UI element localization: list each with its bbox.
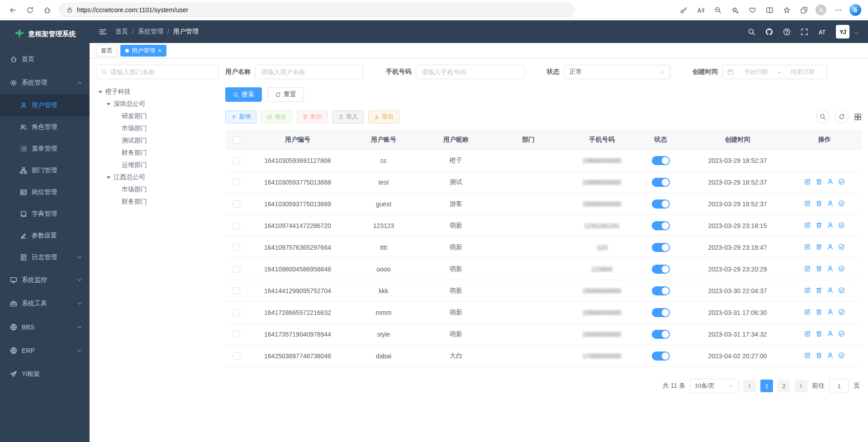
password-manager-button[interactable] bbox=[675, 2, 692, 18]
edit-icon[interactable] bbox=[804, 243, 811, 250]
assign-role-icon[interactable] bbox=[838, 352, 845, 359]
edit-icon[interactable] bbox=[804, 352, 811, 359]
reset-password-icon[interactable] bbox=[827, 178, 834, 185]
status-toggle[interactable] bbox=[652, 221, 670, 230]
tree-node[interactable]: 江西总公司 bbox=[96, 171, 219, 183]
reset-password-icon[interactable] bbox=[827, 243, 834, 250]
delete-button[interactable]: 删除 bbox=[297, 110, 328, 124]
sidebar-item-system[interactable]: 系统管理 bbox=[0, 71, 90, 95]
row-checkbox[interactable] bbox=[233, 222, 240, 229]
browser-refresh-button[interactable] bbox=[22, 2, 38, 18]
sidebar-item-role[interactable]: 角色管理 bbox=[0, 116, 90, 138]
reset-password-icon[interactable] bbox=[827, 222, 834, 228]
edit-icon[interactable] bbox=[804, 178, 811, 185]
tree-expand-icon[interactable] bbox=[99, 91, 102, 95]
app-logo[interactable]: 意框架管理系统 bbox=[0, 20, 90, 48]
breadcrumb-item[interactable]: 用户管理 bbox=[173, 28, 199, 36]
dept-search-input[interactable] bbox=[110, 68, 214, 76]
select-all-checkbox[interactable] bbox=[233, 136, 240, 143]
row-checkbox[interactable] bbox=[233, 352, 240, 360]
assign-role-icon[interactable] bbox=[838, 309, 845, 315]
tab-close-icon[interactable]: × bbox=[158, 48, 161, 54]
sidebar-item-monitor[interactable]: 系统监控 bbox=[0, 268, 90, 292]
reset-password-icon[interactable] bbox=[827, 352, 834, 359]
sidebar-item-dict[interactable]: 字典管理 bbox=[0, 203, 90, 225]
sidebar-item-menu[interactable]: 菜单管理 bbox=[0, 138, 90, 160]
row-checkbox[interactable] bbox=[233, 157, 240, 164]
page-button-2[interactable]: 2 bbox=[778, 380, 790, 392]
split-screen-button[interactable] bbox=[761, 2, 778, 18]
status-select[interactable]: 正常 bbox=[564, 65, 670, 79]
delete-icon[interactable] bbox=[816, 243, 822, 250]
row-checkbox[interactable] bbox=[233, 200, 240, 208]
browser-back-button[interactable] bbox=[5, 2, 21, 18]
row-checkbox[interactable] bbox=[233, 309, 240, 316]
favorites-button[interactable] bbox=[778, 2, 795, 18]
tree-node[interactable]: 深圳总公司 bbox=[96, 98, 219, 110]
reset-password-icon[interactable] bbox=[827, 309, 834, 315]
tab-home[interactable]: 首页 bbox=[96, 45, 118, 57]
export-button[interactable]: 导出 bbox=[368, 110, 399, 124]
copilot-button[interactable]: b bbox=[847, 2, 863, 18]
sidebar-item-user[interactable]: 用户管理 bbox=[0, 95, 90, 116]
delete-icon[interactable] bbox=[816, 287, 822, 294]
collections-button[interactable] bbox=[796, 2, 812, 18]
delete-icon[interactable] bbox=[816, 178, 822, 185]
tab-user[interactable]: 用户管理× bbox=[120, 45, 166, 57]
delete-icon[interactable] bbox=[816, 265, 822, 272]
edit-button[interactable]: 修改 bbox=[261, 110, 292, 124]
status-toggle[interactable] bbox=[652, 330, 670, 339]
next-page-button[interactable] bbox=[795, 380, 807, 392]
tree-expand-icon[interactable] bbox=[107, 103, 110, 107]
read-aloud-button[interactable] bbox=[693, 2, 709, 18]
assign-role-icon[interactable] bbox=[838, 287, 845, 294]
reset-password-icon[interactable] bbox=[827, 200, 834, 207]
tree-node[interactable]: 财务部门 bbox=[96, 195, 219, 208]
row-checkbox[interactable] bbox=[233, 179, 240, 186]
edit-icon[interactable] bbox=[804, 287, 811, 294]
delete-icon[interactable] bbox=[816, 200, 822, 207]
status-toggle[interactable] bbox=[652, 178, 670, 187]
tree-expand-icon[interactable] bbox=[107, 176, 110, 181]
goto-page-input[interactable] bbox=[829, 379, 849, 393]
browser-essentials-button[interactable] bbox=[744, 2, 760, 18]
prev-page-button[interactable] bbox=[743, 380, 756, 392]
import-button[interactable]: 导入 bbox=[332, 110, 364, 124]
user-avatar[interactable]: YJ bbox=[836, 25, 849, 38]
delete-icon[interactable] bbox=[816, 330, 822, 337]
sidebar-item-dept[interactable]: 部门管理 bbox=[0, 160, 90, 181]
reset-button[interactable]: 重置 bbox=[267, 87, 304, 102]
sidebar-item-erp[interactable]: ERP bbox=[0, 339, 90, 362]
sidebar-item-bbs[interactable]: BBS bbox=[0, 315, 90, 339]
zoom-button[interactable] bbox=[710, 2, 726, 18]
delete-icon[interactable] bbox=[816, 222, 822, 228]
browser-home-button[interactable] bbox=[39, 2, 55, 18]
search-button[interactable]: 搜索 bbox=[225, 87, 262, 102]
reset-password-icon[interactable] bbox=[827, 265, 834, 272]
reset-password-icon[interactable] bbox=[827, 287, 834, 294]
breadcrumb-item[interactable]: 首页 bbox=[115, 28, 128, 36]
row-checkbox[interactable] bbox=[233, 331, 240, 338]
row-checkbox[interactable] bbox=[233, 244, 240, 251]
delete-icon[interactable] bbox=[816, 309, 822, 315]
sidebar-item-tools[interactable]: 系统工具 bbox=[0, 292, 90, 315]
tree-node[interactable]: 研发部门 bbox=[96, 110, 219, 122]
date-range-picker[interactable]: 开始日期 - 结束日期 bbox=[722, 65, 827, 79]
refresh-table-button[interactable] bbox=[835, 110, 849, 124]
status-toggle[interactable] bbox=[652, 265, 670, 274]
tree-node[interactable]: 市场部门 bbox=[96, 183, 219, 195]
add-favorite-button[interactable] bbox=[727, 2, 743, 18]
assign-role-icon[interactable] bbox=[838, 243, 845, 250]
page-size-select[interactable]: 10条/页 bbox=[690, 379, 739, 393]
reset-password-icon[interactable] bbox=[827, 330, 834, 337]
tree-node[interactable]: 运维部门 bbox=[96, 159, 219, 171]
status-toggle[interactable] bbox=[652, 286, 670, 295]
username-input[interactable] bbox=[255, 65, 364, 79]
help-icon[interactable] bbox=[783, 28, 791, 36]
sidebar-item-yi[interactable]: Yi框架 bbox=[0, 362, 90, 386]
assign-role-icon[interactable] bbox=[838, 265, 845, 272]
browser-menu-button[interactable] bbox=[830, 2, 846, 18]
assign-role-icon[interactable] bbox=[838, 200, 845, 207]
breadcrumb-item[interactable]: 系统管理 bbox=[138, 28, 163, 36]
edit-icon[interactable] bbox=[804, 309, 811, 315]
